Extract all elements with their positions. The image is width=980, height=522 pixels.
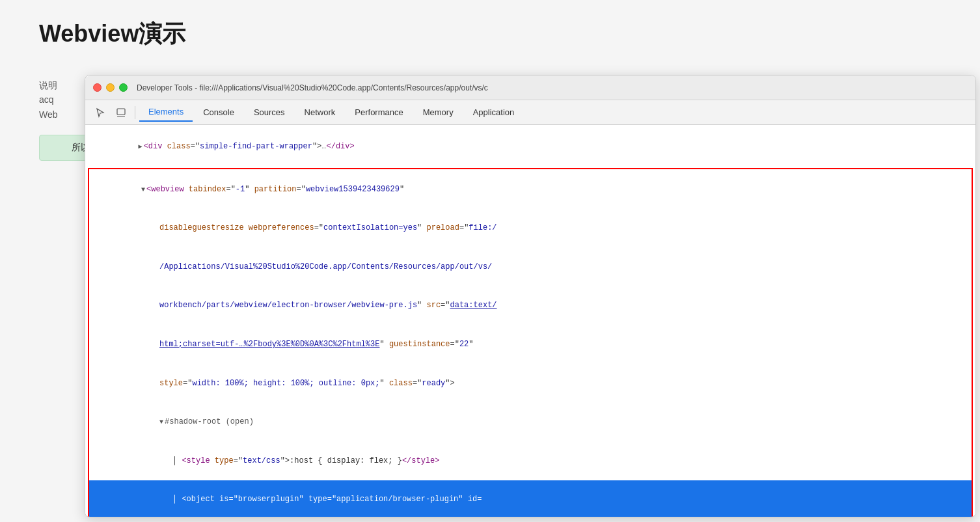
code-line-2[interactable]: <webview tabindex="-1" partition="webvie…	[89, 171, 972, 210]
code-line-8[interactable]: #shadow-root (open)	[89, 403, 972, 442]
app-title: Webview演示	[0, 0, 980, 50]
minimize-button[interactable]	[106, 83, 115, 92]
code-line-7[interactable]: style="width: 100%; height: 100%; outlin…	[89, 364, 972, 403]
maximize-button[interactable]	[119, 83, 128, 92]
devtools-window: Developer Tools - file:///Applications/V…	[85, 75, 976, 517]
code-line-4[interactable]: /Applications/Visual%20Studio%20Code.app…	[89, 248, 972, 287]
close-button[interactable]	[93, 83, 102, 92]
svg-rect-0	[117, 109, 125, 115]
code-line-5[interactable]: workbench/parts/webview/electron-browser…	[89, 286, 972, 325]
code-line-10[interactable]: │ <object is="browserplugin" type="appli…	[89, 480, 972, 517]
toolbar-divider	[135, 106, 135, 119]
tab-network[interactable]: Network	[295, 103, 345, 122]
code-line-6[interactable]: html;charset=utf-…%2Fbody%3E%0D%0A%3C%2F…	[89, 325, 972, 364]
tab-performance[interactable]: Performance	[346, 103, 412, 122]
triangle-icon-8	[159, 417, 163, 428]
tab-elements[interactable]: Elements	[139, 103, 193, 122]
cursor-icon[interactable]	[90, 103, 110, 122]
triangle-icon-1	[139, 142, 143, 152]
devtools-toolbar: Elements Console Sources Network Perform…	[85, 100, 975, 125]
devtools-content[interactable]: <div class="simple-find-part-wrapper">…<…	[85, 125, 975, 517]
tab-memory[interactable]: Memory	[414, 103, 463, 122]
tab-sources[interactable]: Sources	[245, 103, 294, 122]
tag-open-1: <div	[144, 142, 167, 151]
devtools-titlebar: Developer Tools - file:///Applications/V…	[85, 76, 975, 100]
traffic-lights	[93, 83, 128, 92]
svg-rect-1	[117, 116, 125, 117]
app-container: Webview演示 说明acqWeb 所以... Developer Tools…	[0, 0, 980, 522]
code-line-9[interactable]: │ <style type="text/css">:host { display…	[89, 442, 972, 481]
triangle-icon-2	[141, 185, 145, 195]
highlight-box: <webview tabindex="-1" partition="webvie…	[88, 168, 973, 517]
tab-application[interactable]: Application	[464, 103, 524, 122]
tab-console[interactable]: Console	[194, 103, 243, 122]
inspect-icon[interactable]	[111, 103, 131, 122]
code-line-1[interactable]: <div class="simple-find-part-wrapper">…<…	[85, 128, 975, 167]
code-line-3[interactable]: disableguestresize webpreferences="conte…	[89, 209, 972, 248]
devtools-title: Developer Tools - file:///Applications/V…	[137, 83, 488, 92]
